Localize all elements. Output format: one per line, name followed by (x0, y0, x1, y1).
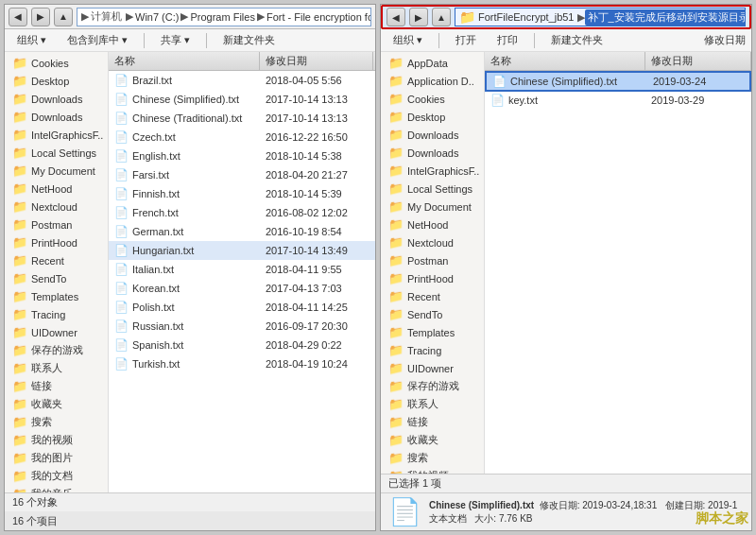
file-row[interactable]: 📄English.txt 2018-10-14 5:38 文本文档 (109, 147, 375, 165)
right-print-button[interactable]: 打印 (490, 31, 524, 49)
preview-filename: Chinese (Simplified).txt 修改日期: 2019-03-2… (429, 499, 737, 512)
right-col-header-date[interactable]: 修改日期 (645, 52, 751, 70)
right-open-button[interactable]: 打开 (449, 31, 483, 49)
right-file-row-key[interactable]: 📄key.txt 2019-03-29 (485, 92, 751, 110)
col-header-type[interactable]: 类型 (373, 52, 375, 70)
file-row[interactable]: 📄Hungarian.txt 2017-10-14 13:49 文本文档 (109, 241, 375, 260)
file-row[interactable]: 📄Brazil.txt 2018-04-05 5:56 文本文档 (109, 71, 375, 90)
sidebar-item-cookies[interactable]: 📁Cookies (5, 54, 108, 72)
sidebar-item-templates[interactable]: 📁Templates (5, 287, 108, 305)
txt-file-icon: 📄 (114, 74, 129, 87)
sidebar-item-sendto[interactable]: 📁SendTo (5, 269, 108, 287)
right-sidebar-item-nethood[interactable]: 📁NetHood (381, 216, 484, 233)
right-sidebar-item-printhood[interactable]: 📁PrintHood (381, 269, 484, 287)
new-folder-button[interactable]: 新建文件夹 (216, 31, 282, 49)
left-sidebar: 📁Cookies 📁Desktop 📁Downloads 📁Downloads … (5, 52, 109, 492)
right-sidebar-item-appdata2[interactable]: 📁Application D.. (381, 72, 484, 90)
right-sidebar-item-postman[interactable]: 📁Postman (381, 251, 484, 269)
sidebar-item-nextcloud[interactable]: 📁Nextcloud (5, 198, 108, 216)
sidebar-item-downloads2[interactable]: 📁Downloads (5, 108, 108, 126)
share-button[interactable]: 共享 ▾ (154, 31, 197, 49)
sidebar-item-localsettings[interactable]: 📁Local Settings (5, 144, 108, 162)
right-sidebar-item-videos[interactable]: 📁我的视频 (381, 467, 484, 474)
file-row[interactable]: 📄Finnish.txt 2018-10-14 5:39 文本文档 (109, 184, 375, 203)
right-sidebar-item-templates[interactable]: 📁Templates (381, 323, 484, 341)
right-up-button[interactable]: ▲ (432, 8, 451, 26)
file-row[interactable]: 📄Farsi.txt 2018-04-20 21:27 文本文档 (109, 165, 375, 184)
col-header-name[interactable]: 名称 (109, 52, 260, 70)
sidebar-item-favorites[interactable]: 📁收藏夹 (5, 395, 108, 413)
sidebar-item-nethood[interactable]: 📁NetHood (5, 180, 108, 198)
right-organize-button[interactable]: 组织 ▾ (387, 31, 429, 49)
sidebar-item-printhood[interactable]: 📁PrintHood (5, 233, 108, 251)
back-button[interactable]: ◀ (9, 8, 27, 26)
right-sidebar-item-nextcloud[interactable]: 📁Nextcloud (381, 233, 484, 251)
sidebar-item-recent[interactable]: 📁Recent (5, 251, 108, 269)
file-row[interactable]: 📄German.txt 2016-10-19 8:54 文本文档 (109, 222, 375, 241)
sidebar-item-links[interactable]: 📁链接 (5, 377, 108, 395)
sidebar-item-pictures[interactable]: 📁我的图片 (5, 449, 108, 467)
right-sidebar-item-intgfx[interactable]: 📁IntelGraphicsF.. (381, 162, 484, 180)
right-sidebar-item-savedgames[interactable]: 📁保存的游戏 (381, 377, 484, 395)
right-sidebar-item-desktop[interactable]: 📁Desktop (381, 108, 484, 126)
file-row[interactable]: 📄Russian.txt 2016-09-17 20:30 文本文档 (109, 317, 375, 336)
right-sidebar-item-favorites[interactable]: 📁收藏夹 (381, 431, 484, 449)
right-sidebar-item-links[interactable]: 📁链接 (381, 413, 484, 431)
sidebar-item-videos[interactable]: 📁我的视频 (5, 431, 108, 449)
right-sidebar-item-downloads1[interactable]: 📁Downloads (381, 126, 484, 144)
sidebar-item-desktop[interactable]: 📁Desktop (5, 72, 108, 90)
file-row[interactable]: 📄Korean.txt 2017-04-13 7:03 文本文档 (109, 279, 375, 298)
sidebar-item-savedgames[interactable]: 📁保存的游戏 (5, 341, 108, 359)
right-sidebar-item-sendto[interactable]: 📁SendTo (381, 305, 484, 323)
right-sidebar-item-contacts[interactable]: 📁联系人 (381, 395, 484, 413)
right-sidebar-item-tracing[interactable]: 📁Tracing (381, 341, 484, 359)
sidebar-item-intgraphics[interactable]: 📁IntelGraphicsF.. (5, 126, 108, 144)
sidebar-item-contacts[interactable]: 📁联系人 (5, 359, 108, 377)
right-sidebar-item-locset[interactable]: 📁Local Settings (381, 180, 484, 198)
sidebar-item-downloads1[interactable]: 📁Downloads (5, 90, 108, 108)
organize-button[interactable]: 组织 ▾ (10, 31, 53, 49)
right-sidebar-item-downloads2[interactable]: 📁Downloads (381, 144, 484, 162)
file-row[interactable]: 📄Polish.txt 2018-04-11 14:25 文本文档 (109, 298, 375, 317)
folder-icon: 📁 (12, 451, 27, 465)
col-header-date[interactable]: 修改日期 (260, 52, 373, 70)
right-sidebar-item-recent[interactable]: 📁Recent (381, 287, 484, 305)
right-sidebar-item-mydoc[interactable]: 📁My Document (381, 198, 484, 216)
right-sidebar-item-uidowner[interactable]: 📁UIDowner (381, 359, 484, 377)
sidebar-item-mydocument[interactable]: 📁My Document (5, 162, 108, 180)
right-file-row-chinese-simplified[interactable]: 📄Chinese (Simplified).txt 2019-03-24 (485, 71, 751, 92)
file-date: 2018-04-11 14:25 (260, 301, 373, 314)
include-library-button[interactable]: 包含到库中 ▾ (60, 31, 134, 49)
right-sidebar-item-appdata[interactable]: 📁AppData (381, 54, 484, 72)
txt-file-icon: 📄 (114, 149, 129, 163)
right-new-folder-button[interactable]: 新建文件夹 (544, 31, 610, 49)
forward-button[interactable]: ▶ (31, 8, 50, 26)
file-row[interactable]: 📄Spanish.txt 2018-04-29 0:22 文本文档 (109, 336, 375, 354)
folder-icon: 📁 (388, 128, 404, 142)
up-button[interactable]: ▲ (54, 8, 73, 26)
file-row[interactable]: 📄Italian.txt 2018-04-11 9:55 文本文档 (109, 260, 375, 279)
folder-icon: 📁 (388, 217, 404, 232)
file-type: 文本文档 (373, 280, 375, 296)
left-file-list: 名称 修改日期 类型 📄Brazil.txt 2018-04-05 5:56 文… (109, 52, 375, 492)
right-forward-button[interactable]: ▶ (409, 8, 428, 26)
right-sidebar-item-search[interactable]: 📁搜索 (381, 449, 484, 467)
right-col-header-name[interactable]: 名称 (485, 52, 645, 70)
sidebar-item-search[interactable]: 📁搜索 (5, 413, 108, 431)
right-sidebar-item-cookies[interactable]: 📁Cookies (381, 90, 484, 108)
file-row[interactable]: 📄French.txt 2016-08-02 12:02 文本文档 (109, 203, 375, 222)
sidebar-item-postman[interactable]: 📁Postman (5, 216, 108, 233)
left-address-field[interactable]: ▶ 计算机 ▶ Win7 (C:) ▶ Program Files ▶ Fort… (77, 8, 371, 26)
sidebar-item-tracing[interactable]: 📁Tracing (5, 305, 108, 323)
right-address-field[interactable]: 📁 FortFileEncrypt_jb51 ▶ 补丁_安装完成后移动到安装源目… (455, 8, 746, 26)
file-row[interactable]: 📄Turkish.txt 2018-04-19 10:24 文本文档 (109, 354, 375, 373)
file-type: 文本文档 (373, 204, 375, 220)
sidebar-item-documents[interactable]: 📁我的文档 (5, 467, 108, 485)
file-row[interactable]: 📄Chinese (Traditional).txt 2017-10-14 13… (109, 109, 375, 128)
file-row[interactable]: 📄Chinese (Simplified).txt 2017-10-14 13:… (109, 90, 375, 109)
sidebar-item-uidowner[interactable]: 📁UIDowner (5, 323, 108, 341)
file-row[interactable]: 📄Czech.txt 2016-12-22 16:50 文本文档 (109, 128, 375, 147)
sidebar-item-music[interactable]: 📁我的音乐 (5, 485, 108, 492)
file-type: 文本文档 (373, 147, 375, 164)
right-back-button[interactable]: ◀ (387, 8, 405, 26)
